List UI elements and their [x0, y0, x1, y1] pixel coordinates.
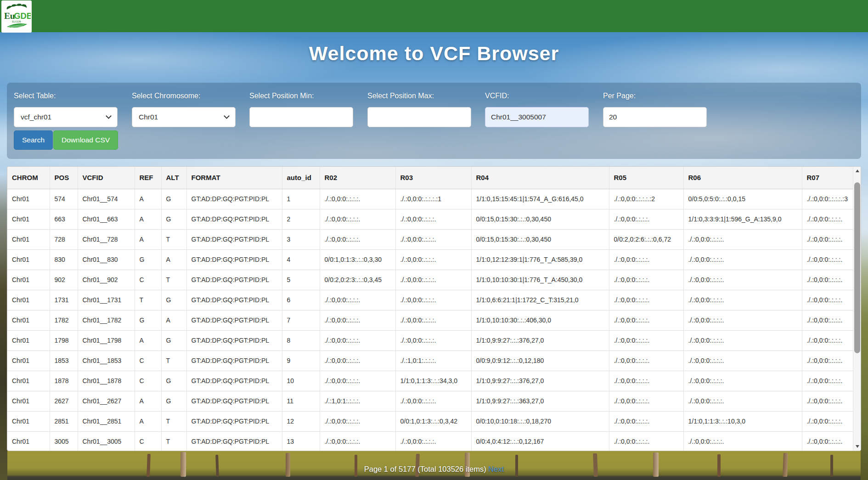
table-cell: ./.:0,0:0:.:.:.:. — [395, 209, 471, 229]
table-cell: ./.:0,0:0:.:.:.:. — [320, 290, 395, 310]
per-page-input[interactable] — [603, 107, 707, 127]
eugdb-logo-image: Eu GDB · EUGDB · — [2, 1, 31, 32]
table-select-value: vcf_chr01 — [21, 113, 51, 121]
svg-text:GDB: GDB — [14, 11, 31, 21]
page-info: Page 1 of 5177 (Total 103526 items) — [364, 465, 486, 473]
table-cell: Chr01 — [7, 411, 50, 431]
table-cell: ./.:0,0:0:.:.:.:. — [609, 209, 683, 229]
next-page-link[interactable]: Next — [488, 465, 504, 473]
table-cell: 2627 — [50, 391, 78, 411]
table-cell: 1/1:0,10:10:30:1|1:776_T_A:450,30,0 — [471, 270, 609, 290]
scrollbar-down-arrow[interactable] — [853, 442, 861, 451]
table-cell: Chr01 — [7, 431, 50, 451]
table-cell: ./.:0,0:0:.:.:.:. — [802, 229, 854, 249]
table-cell: ./.:0,0:0:.:.:.:. — [320, 350, 395, 371]
scrollbar-thumb[interactable] — [854, 182, 860, 353]
table-cell: Chr01 — [7, 310, 50, 330]
table-cell: G — [161, 391, 186, 411]
table-cell: 728 — [50, 229, 78, 249]
table-cell: G — [161, 330, 186, 350]
table-cell: A — [135, 411, 161, 431]
table-cell: ./.:0,0:0:.:.:.:.:3 — [802, 189, 854, 209]
chromosome-select[interactable]: Chr01 — [132, 107, 236, 127]
table-cell: ./.:0,0:0:.:.:.:. — [683, 270, 802, 290]
column-header-vcfid: VCFID — [78, 167, 135, 189]
column-header-r07: R07 — [802, 167, 854, 189]
position-max-input[interactable] — [367, 107, 471, 127]
table-row: Chr012851Chr01__2851ATGT:AD:DP:GQ:PGT:PI… — [7, 411, 854, 431]
table-cell: ./.:0,0:0:.:.:.:. — [320, 209, 395, 229]
table-cell: GT:AD:DP:GQ:PGT:PID:PL — [186, 391, 282, 411]
table-cell: 0/0:4,0:4:12:.:.:0,12,167 — [471, 431, 609, 451]
vcfid-input[interactable] — [485, 107, 589, 127]
table-cell: G — [161, 209, 186, 229]
select-table-label: Select Table: — [14, 92, 56, 100]
table-cell: ./.:0,0:0:.:.:.:. — [683, 290, 802, 310]
table-cell: ./.:0,0:0:.:.:.:. — [395, 431, 471, 451]
table-cell: ./.:0,0:0:.:.:.:. — [683, 391, 802, 411]
table-cell: Chr01__2627 — [78, 391, 135, 411]
table-cell: 830 — [50, 249, 78, 270]
background-tree-left — [0, 175, 7, 480]
table-row: Chr011798Chr01__1798AGGT:AD:DP:GQ:PGT:PI… — [7, 330, 854, 350]
table-cell: 0/0:2,0:2:6:.:.:0,6,72 — [609, 229, 683, 249]
table-cell: 3 — [282, 229, 320, 249]
table-cell: ./.:0,0:0:.:.:.:. — [320, 411, 395, 431]
table-cell: A — [135, 330, 161, 350]
table-cell: GT:AD:DP:GQ:PGT:PID:PL — [186, 411, 282, 431]
table-cell: 1853 — [50, 350, 78, 371]
table-cell: ./.:0,0:0:.:.:.:. — [683, 310, 802, 330]
table-cell: GT:AD:DP:GQ:PGT:PID:PL — [186, 350, 282, 371]
table-cell: G — [161, 189, 186, 209]
results-table: CHROMPOSVCFIDREFALTFORMATauto_idR02R03R0… — [7, 167, 854, 451]
table-row: Chr011853Chr01__1853CTGT:AD:DP:GQ:PGT:PI… — [7, 350, 854, 371]
table-cell: 4 — [282, 249, 320, 270]
table-row: Chr011878Chr01__1878CGGT:AD:DP:GQ:PGT:PI… — [7, 371, 854, 391]
table-cell: Chr01__728 — [78, 229, 135, 249]
table-cell: ./.:0,0:0:.:.:.:. — [320, 310, 395, 330]
position-min-input[interactable] — [249, 107, 353, 127]
search-button[interactable]: Search — [14, 130, 53, 150]
column-header-pos: POS — [50, 167, 78, 189]
table-cell: Chr01 — [7, 391, 50, 411]
table-cell: ./.:0,0:0:.:.:.:. — [395, 270, 471, 290]
pagination-footer: Page 1 of 5177 (Total 103526 items) Next — [0, 465, 868, 474]
table-cell: ./.:1,0:1:.:.:.:. — [320, 391, 395, 411]
table-cell: ./.:0,0:0:.:.:.:. — [320, 431, 395, 451]
table-cell: 6 — [282, 290, 320, 310]
table-cell: ./.:0,0:0:.:.:.:. — [683, 330, 802, 350]
table-cell: 1731 — [50, 290, 78, 310]
table-cell: ./.:0,0:0:.:.:.:. — [802, 371, 854, 391]
table-cell: 1/1:0,1:1:3:.:.:34,3,0 — [395, 371, 471, 391]
table-cell: ./.:0,0:0:.:.:.:. — [395, 391, 471, 411]
table-cell: T — [161, 229, 186, 249]
table-select[interactable]: vcf_chr01 — [14, 107, 118, 127]
table-cell: C — [135, 270, 161, 290]
table-cell: Chr01 — [7, 249, 50, 270]
table-row: Chr011731Chr01__1731TGGT:AD:DP:GQ:PGT:PI… — [7, 290, 854, 310]
table-cell: ./.:0,0:0:.:.:.:. — [395, 310, 471, 330]
table-row: Chr01574Chr01__574AGGT:AD:DP:GQ:PGT:PID:… — [7, 189, 854, 209]
table-cell: Chr01__663 — [78, 209, 135, 229]
table-cell: 0/0:1,0:1:3:.:.:0,3,30 — [320, 249, 395, 270]
download-csv-button[interactable]: Download CSV — [53, 130, 118, 150]
table-cell: GT:AD:DP:GQ:PGT:PID:PL — [186, 330, 282, 350]
table-cell: ./.:0,0:0:.:.:.:.:2 — [609, 189, 683, 209]
table-cell: ./.:0,0:0:.:.:.:. — [609, 431, 683, 451]
svg-text:· EUGDB ·: · EUGDB · — [11, 20, 23, 23]
vertical-scrollbar[interactable] — [853, 167, 861, 451]
position-min-label: Select Position Min: — [249, 92, 314, 100]
table-cell: GT:AD:DP:GQ:PGT:PID:PL — [186, 290, 282, 310]
table-cell: Chr01 — [7, 189, 50, 209]
table-cell: 0/0:9,0:9:12:.:.:0,12,180 — [471, 350, 609, 371]
results-table-container: CHROMPOSVCFIDREFALTFORMATauto_idR02R03R0… — [7, 166, 861, 451]
table-cell: 0/0:15,0:15:30:.:.:0,30,450 — [471, 229, 609, 249]
eugdb-logo[interactable]: Eu GDB · EUGDB · — [1, 0, 32, 33]
table-cell: ./.:0,0:0:.:.:.:.:1 — [395, 189, 471, 209]
table-cell: Chr01__1798 — [78, 330, 135, 350]
top-navbar — [0, 0, 868, 32]
table-cell: T — [161, 350, 186, 371]
table-cell: ./.:0,0:0:.:.:.:. — [320, 229, 395, 249]
table-cell: 1878 — [50, 371, 78, 391]
scrollbar-up-arrow[interactable] — [853, 167, 861, 175]
